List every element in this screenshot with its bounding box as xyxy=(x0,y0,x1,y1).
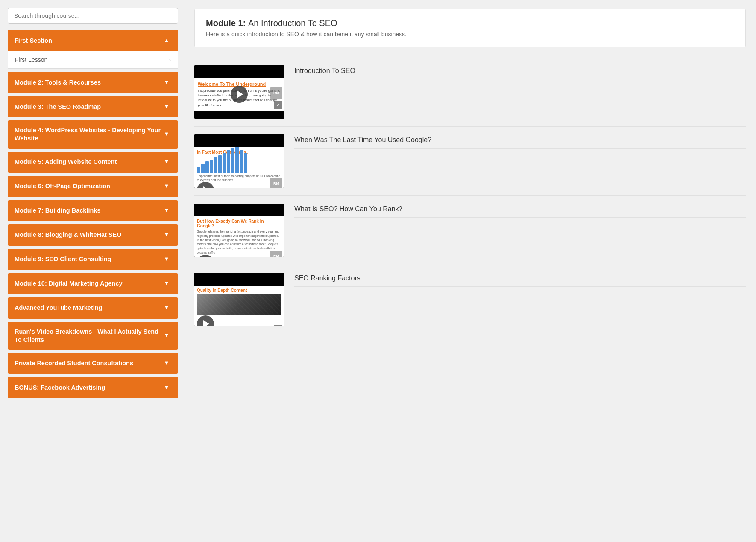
lesson-info: What Is SEO? How Can You Rank? xyxy=(294,204,746,218)
module-header: Module 1: An Introduction To SEO Here is… xyxy=(194,9,746,47)
lesson-title-text: SEO Ranking Factors xyxy=(294,274,746,282)
lesson-row: But How Exactly Can We Rank In Google?Go… xyxy=(194,196,746,265)
accordion-header-module-2[interactable]: Module 2: Tools & Recourses▼ xyxy=(8,72,178,93)
chart-bar xyxy=(205,161,209,173)
accordion-label-module-4: Module 4: WordPress Websites - Developin… xyxy=(15,126,162,143)
video-thumbnail-intro-seo[interactable]: Welcome To The UndergroundI appreciate y… xyxy=(194,65,284,119)
video-top-bar xyxy=(194,273,284,286)
accordion-arrow-module-5: ▼ xyxy=(162,157,171,167)
accordion-arrow-ruans-video: ▼ xyxy=(162,331,171,341)
chart-bar xyxy=(210,160,213,173)
lesson-row: In Fact Most Companies......spend the mo… xyxy=(194,127,746,196)
video-thumbnail-seo-ranking[interactable]: Quality In Depth Content⤢ xyxy=(194,273,284,326)
search-input[interactable] xyxy=(8,8,178,24)
accordion-header-module-5[interactable]: Module 5: Adding Website Content▼ xyxy=(8,152,178,173)
video-middle: Quality In Depth Content⤢ xyxy=(194,286,284,326)
module-description: Here is a quick introduction to SEO & ho… xyxy=(206,31,734,38)
accordion-header-first-section[interactable]: First Section▲ xyxy=(8,30,178,51)
accordion-label-ruans-video: Ruan's Video Breakdowns - What I Actuall… xyxy=(15,328,162,344)
lesson-info: When Was The Last Time You Used Google? xyxy=(294,134,746,149)
module-number: Module 1: xyxy=(206,18,246,28)
accordion-label-private-recorded: Private Recorded Student Consultations xyxy=(15,359,162,367)
accordion-arrow-bonus-facebook: ▼ xyxy=(162,383,171,392)
chart-bar xyxy=(244,153,247,173)
lesson-row: Welcome To The UndergroundI appreciate y… xyxy=(194,58,746,127)
accordion-arrow-module-10: ▼ xyxy=(162,279,171,288)
accordion-header-module-8[interactable]: Module 8: Blogging & WhiteHat SEO▼ xyxy=(8,224,178,246)
lesson-label: First Lesson xyxy=(15,56,47,63)
lesson-info: Introduction To SEO xyxy=(294,65,746,79)
lesson-row: Quality In Depth Content⤢SEO Ranking Fac… xyxy=(194,265,746,334)
lesson-title-text: Introduction To SEO xyxy=(294,67,746,75)
accordion-arrow-module-3: ▼ xyxy=(162,102,171,111)
lesson-item[interactable]: First Lesson› xyxy=(8,51,178,68)
rm-logo: RM xyxy=(270,178,282,188)
accordion-header-module-7[interactable]: Module 7: Building Backlinks▼ xyxy=(8,200,178,221)
accordion-header-module-10[interactable]: Module 10: Digital Marketing Agency▼ xyxy=(8,273,178,294)
accordion-header-advanced-youtube[interactable]: Advanced YouTube Marketing▼ xyxy=(8,297,178,319)
sidebar: First Section▲First Lesson›Module 2: Too… xyxy=(0,0,186,542)
lesson-list: Welcome To The UndergroundI appreciate y… xyxy=(194,58,746,334)
module-title-text: An Introduction To SEO xyxy=(248,18,337,28)
play-button-icon[interactable] xyxy=(197,255,214,257)
accordion-item-module-10: Module 10: Digital Marketing Agency▼ xyxy=(8,273,178,294)
accordion-item-module-9: Module 9: SEO Client Consulting▼ xyxy=(8,249,178,270)
video-top-bar xyxy=(194,65,284,78)
video-thumbnail-last-time-google[interactable]: In Fact Most Companies......spend the mo… xyxy=(194,134,284,188)
chart-bar xyxy=(223,153,226,173)
search-wrapper xyxy=(8,8,178,24)
video-top-bar xyxy=(194,134,284,147)
accordion-item-module-2: Module 2: Tools & Recourses▼ xyxy=(8,72,178,93)
accordion-item-first-section: First Section▲First Lesson› xyxy=(8,30,178,69)
accordion-header-private-recorded[interactable]: Private Recorded Student Consultations▼ xyxy=(8,353,178,374)
accordion-item-module-8: Module 8: Blogging & WhiteHat SEO▼ xyxy=(8,224,178,246)
play-button-icon[interactable] xyxy=(197,315,214,326)
thumb-image xyxy=(197,294,281,315)
accordion-arrow-module-4: ▼ xyxy=(162,130,171,139)
video-thumbnail-what-is-seo[interactable]: But How Exactly Can We Rank In Google?Go… xyxy=(194,204,284,257)
accordion-header-bonus-facebook[interactable]: BONUS: Facebook Advertising▼ xyxy=(8,377,178,398)
lesson-divider xyxy=(294,79,746,79)
accordion-container: First Section▲First Lesson›Module 2: Too… xyxy=(8,30,178,401)
video-middle: In Fact Most Companies......spend the mo… xyxy=(194,147,284,188)
lesson-divider xyxy=(294,217,746,218)
accordion-header-ruans-video[interactable]: Ruan's Video Breakdowns - What I Actuall… xyxy=(8,322,178,350)
lesson-title-text: When Was The Last Time You Used Google? xyxy=(294,136,746,144)
rm-logo: RM xyxy=(270,251,282,257)
accordion-item-advanced-youtube: Advanced YouTube Marketing▼ xyxy=(8,297,178,319)
accordion-arrow-module-8: ▼ xyxy=(162,230,171,240)
video-bottom-bar xyxy=(194,111,284,119)
thumb-title: Quality In Depth Content xyxy=(197,288,247,293)
lesson-info: SEO Ranking Factors xyxy=(294,273,746,287)
accordion-label-module-3: Module 3: The SEO Roadmap xyxy=(15,103,162,111)
accordion-header-module-9[interactable]: Module 9: SEO Client Consulting▼ xyxy=(8,249,178,270)
chart-bar xyxy=(201,164,205,173)
play-button-icon[interactable] xyxy=(197,182,214,188)
chart-bars xyxy=(197,156,247,173)
accordion-label-bonus-facebook: BONUS: Facebook Advertising xyxy=(15,384,162,392)
accordion-arrow-module-6: ▼ xyxy=(162,182,171,191)
chart-bar xyxy=(218,155,222,173)
accordion-header-module-3[interactable]: Module 3: The SEO Roadmap▼ xyxy=(8,96,178,117)
accordion-label-module-5: Module 5: Adding Website Content xyxy=(15,158,162,166)
accordion-item-module-5: Module 5: Adding Website Content▼ xyxy=(8,152,178,173)
accordion-header-module-4[interactable]: Module 4: WordPress Websites - Developin… xyxy=(8,120,178,149)
accordion-arrow-advanced-youtube: ▼ xyxy=(162,303,171,313)
video-middle: But How Exactly Can We Rank In Google?Go… xyxy=(194,216,284,257)
play-button-icon[interactable] xyxy=(231,86,248,103)
expand-icon[interactable]: ⤢ xyxy=(274,325,282,326)
thumb-text: ...spend the most of their marketing bud… xyxy=(197,174,281,182)
accordion-arrow-first-section: ▲ xyxy=(162,36,171,45)
accordion-item-module-3: Module 3: The SEO Roadmap▼ xyxy=(8,96,178,117)
video-middle: Welcome To The UndergroundI appreciate y… xyxy=(194,78,284,111)
accordion-header-module-6[interactable]: Module 6: Off-Page Optimization▼ xyxy=(8,176,178,197)
accordion-item-bonus-facebook: BONUS: Facebook Advertising▼ xyxy=(8,377,178,398)
accordion-label-advanced-youtube: Advanced YouTube Marketing xyxy=(15,304,162,312)
accordion-arrow-module-9: ▼ xyxy=(162,255,171,264)
chart-bar xyxy=(235,147,239,173)
video-top-bar xyxy=(194,204,284,216)
accordion-arrow-module-7: ▼ xyxy=(162,206,171,216)
expand-icon[interactable]: ⤢ xyxy=(274,101,282,109)
chart-bar xyxy=(227,150,230,173)
lesson-divider xyxy=(294,286,746,287)
